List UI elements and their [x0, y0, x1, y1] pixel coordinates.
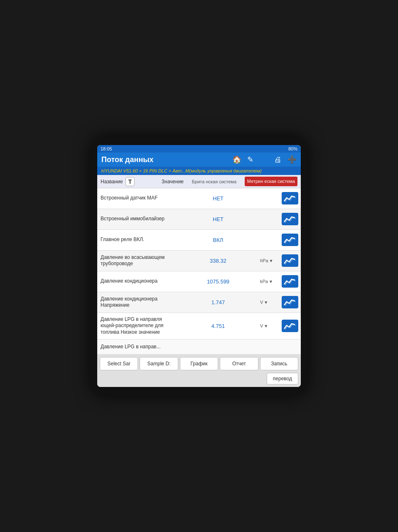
chart-button[interactable] [282, 234, 298, 246]
graph-button[interactable]: График [180, 357, 218, 370]
report-button[interactable]: Отчет [220, 357, 258, 370]
row-value: 1075.599 [178, 275, 258, 288]
home-icon[interactable]: 🏠 [232, 155, 241, 164]
table-row: Давление кондиционера Напряжение 1.747 V… [97, 292, 301, 313]
add-icon[interactable]: ➕ [287, 155, 297, 164]
print-icon[interactable]: 🖨 [274, 155, 282, 164]
row-chart[interactable] [279, 294, 301, 310]
row-value: 338.32 [178, 254, 258, 267]
chevron-down-icon[interactable]: ▼ [264, 300, 268, 305]
row-value: 1.747 [178, 296, 258, 309]
page-title: Поток данных [101, 155, 227, 164]
row-value: 4.751 [178, 320, 258, 332]
partial-row: Давление LPG в направ... [97, 340, 301, 355]
table-row: Давление кондиционера 1075.599 kPa ▼ [97, 271, 301, 292]
footer-bar: Select Sar Sample D: График Отчет Запись [97, 355, 301, 373]
row-value: ВКЛ [178, 234, 258, 246]
row-unit[interactable]: V ▼ [258, 298, 279, 306]
table-row: Давление LPG в направля ющей-распределит… [97, 313, 301, 340]
status-bar: 18:05 80% [97, 145, 301, 153]
edit-icon[interactable]: ✎ [247, 155, 253, 164]
chart-button[interactable] [282, 192, 298, 204]
chart-button[interactable] [282, 213, 298, 225]
row-chart[interactable] [279, 190, 301, 206]
chart-button[interactable] [282, 296, 298, 308]
table-row: Главное реле ВКЛ. ВКЛ [97, 230, 301, 251]
row-chart[interactable] [279, 232, 301, 248]
table-row: Давление во всасывающем трубопроводе 338… [97, 251, 301, 271]
row-name: Главное реле ВКЛ. [97, 233, 178, 246]
chart-button[interactable] [282, 275, 298, 288]
th-name: Название T [101, 177, 162, 186]
row-name: Встроенный датчик MAF [97, 192, 178, 205]
row-unit[interactable]: kPa ▼ [258, 277, 279, 286]
row-name: Встроенный иммобилайзер [97, 212, 178, 226]
chevron-down-icon[interactable]: ▼ [264, 324, 268, 328]
chevron-down-icon[interactable]: ▼ [269, 259, 273, 263]
th-value: Значение [162, 179, 184, 185]
row-unit [258, 238, 279, 241]
table-row: Встроенный иммобилайзер НЕТ [97, 209, 301, 230]
row-unit[interactable]: V ▼ [258, 322, 279, 330]
app-header: Поток данных 🏠 ✎ 👤 🖨 ➕ [97, 153, 301, 167]
row-chart[interactable] [279, 211, 301, 227]
row-unit[interactable]: hPa ▼ [258, 256, 279, 265]
table-row: Встроенный датчик MAF НЕТ [97, 188, 301, 209]
row-name: Давление во всасывающем трубопроводе [97, 251, 178, 271]
header-icons: 🏠 ✎ 👤 🖨 ➕ [232, 155, 297, 164]
row-chart[interactable] [279, 318, 301, 334]
person-icon[interactable]: 👤 [259, 155, 268, 164]
data-table: Встроенный датчик MAF НЕТ Встроенный имм… [97, 188, 301, 355]
chart-button[interactable] [282, 320, 298, 332]
status-battery: 80% [288, 146, 297, 151]
sample-d-button[interactable]: Sample D: [140, 357, 178, 370]
th-british: Брита нская система [184, 179, 245, 184]
table-header: Название T Значение Брита нская система … [97, 175, 301, 188]
record-button[interactable]: Запись [260, 357, 298, 370]
row-name: Давление кондиционера [97, 275, 178, 288]
status-time: 18:05 [101, 146, 112, 151]
device-frame: 18:05 80% Поток данных 🏠 ✎ 👤 🖨 ➕ HYUNDAI… [91, 137, 307, 395]
chart-button[interactable] [282, 254, 298, 267]
row-unit [258, 197, 279, 200]
row-name: Давление LPG в направля ющей-распределит… [97, 313, 178, 339]
row-unit [258, 217, 279, 221]
row-chart[interactable] [279, 273, 301, 289]
text-format-icon[interactable]: T [125, 177, 135, 186]
row-value: НЕТ [178, 213, 258, 226]
th-metric: Метрин еская система [245, 177, 297, 186]
select-sar-button[interactable]: Select Sar [100, 357, 138, 370]
screen: 18:05 80% Поток данных 🏠 ✎ 👤 🖨 ➕ HYUNDAI… [97, 145, 301, 387]
row-value: НЕТ [178, 192, 258, 205]
translate-button[interactable]: перевод [267, 373, 298, 384]
row-chart[interactable] [279, 253, 301, 268]
row-name: Давление кондиционера Напряжение [97, 293, 178, 312]
breadcrumb: HYUNDAI V51.60 > 16 PIN DLC > Авт...М(мо… [97, 167, 301, 175]
chevron-down-icon[interactable]: ▼ [269, 279, 273, 284]
footer-extra: перевод [97, 373, 301, 387]
